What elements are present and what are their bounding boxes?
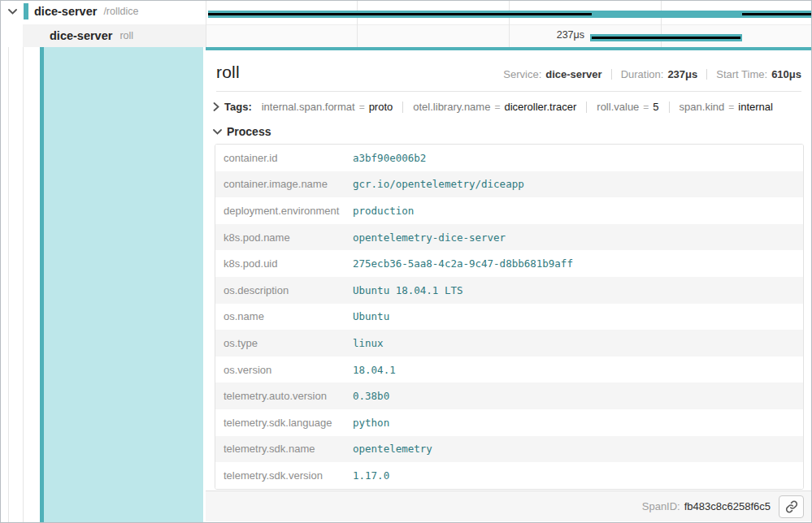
trace-detail-window: dice-server /rolldice dice-server roll 2… bbox=[0, 0, 812, 523]
process-row: container.image.namegcr.io/opentelemetry… bbox=[215, 171, 803, 198]
indent-guide bbox=[23, 24, 24, 522]
span-bar-self-time-segment bbox=[592, 37, 740, 39]
stat-label: Start Time: bbox=[716, 68, 767, 80]
process-row: telemetry.sdk.version1.17.0 bbox=[215, 462, 803, 489]
equals-sign: = bbox=[359, 102, 365, 113]
tag-key: roll.value bbox=[597, 101, 639, 113]
tag-key: span.kind bbox=[680, 101, 725, 113]
stat-label: Service: bbox=[503, 68, 541, 80]
span-color-stripe bbox=[40, 25, 44, 522]
process-value: gcr.io/opentelemetry/diceapp bbox=[353, 178, 524, 190]
process-key: os.version bbox=[215, 364, 353, 376]
process-value: opentelemetry-dice-server bbox=[353, 231, 506, 244]
process-key: os.name bbox=[215, 310, 353, 322]
span-bar-self-time-segment bbox=[742, 13, 812, 15]
process-key: os.description bbox=[215, 284, 353, 296]
selected-span-highlight bbox=[44, 47, 203, 522]
process-key: k8s.pod.uid bbox=[215, 257, 353, 270]
span-detail-footer: SpanID: fb483c8c6258f6c5 bbox=[206, 491, 811, 521]
stat-label: Duration: bbox=[621, 68, 664, 80]
span-bar-rolldice[interactable] bbox=[208, 11, 812, 18]
tags-section-header[interactable]: Tags: internal.span.format=protootel.lib… bbox=[213, 101, 801, 113]
stat-value: 610μs bbox=[771, 68, 801, 80]
process-row: k8s.pod.nameopentelemetry-dice-server bbox=[215, 224, 803, 251]
service-name: dice-server bbox=[50, 29, 112, 42]
process-value: 18.04.1 bbox=[353, 364, 396, 376]
span-row-rolldice[interactable]: dice-server /rolldice bbox=[1, 1, 206, 22]
tag-item: span.kind=internal bbox=[680, 101, 773, 113]
equals-sign: = bbox=[643, 102, 649, 113]
tag-item: roll.value=5 bbox=[597, 101, 658, 113]
stat-separator bbox=[611, 69, 612, 80]
tags-label: Tags: bbox=[224, 101, 252, 113]
deep-link-button[interactable] bbox=[779, 495, 804, 518]
process-key: telemetry.auto.version bbox=[215, 390, 353, 402]
stat-value: dice-server bbox=[545, 68, 601, 80]
tag-value: 5 bbox=[653, 101, 658, 113]
process-value: opentelemetry bbox=[353, 443, 432, 455]
tag-value: proto bbox=[369, 101, 393, 113]
timeline-gridline-25 bbox=[357, 1, 358, 47]
process-value: 1.17.0 bbox=[353, 469, 389, 482]
process-key: telemetry.sdk.name bbox=[215, 443, 353, 455]
process-value: a3bf90e006b2 bbox=[353, 152, 426, 164]
tag-separator bbox=[586, 102, 587, 113]
tag-value: diceroller.tracer bbox=[504, 101, 576, 113]
tag-separator bbox=[402, 102, 403, 113]
chevron-down-icon[interactable] bbox=[213, 129, 222, 135]
process-key: telemetry.sdk.language bbox=[215, 417, 353, 429]
span-overview-stats: Service:dice-serverDuration:237μsStart T… bbox=[503, 68, 801, 80]
process-value: Ubuntu bbox=[353, 310, 389, 322]
process-row: telemetry.auto.version0.38b0 bbox=[215, 383, 803, 409]
stat-value: 237μs bbox=[667, 68, 697, 80]
process-attributes-table: container.ida3bf90e006b2container.image.… bbox=[215, 144, 804, 490]
process-row: telemetry.sdk.languagepython bbox=[215, 409, 803, 436]
tag-separator bbox=[669, 102, 670, 113]
equals-sign: = bbox=[494, 102, 500, 113]
process-key: os.type bbox=[215, 337, 353, 349]
indent-guide bbox=[8, 24, 9, 522]
process-value: production bbox=[353, 205, 414, 217]
process-value: 275ecb36-5aa8-4c2a-9c47-d8bb681b9aff bbox=[353, 257, 573, 270]
process-value: linux bbox=[353, 337, 384, 349]
tags-list: internal.span.format=protootel.library.n… bbox=[252, 101, 773, 113]
process-row: os.descriptionUbuntu 18.04.1 LTS bbox=[215, 277, 803, 304]
spanid-label: SpanID: bbox=[642, 500, 680, 512]
span-bar-self-time-segment bbox=[208, 13, 592, 15]
span-duration-label: 237μs bbox=[472, 29, 584, 41]
process-value: Ubuntu 18.04.1 LTS bbox=[353, 284, 462, 296]
stat-separator bbox=[706, 69, 707, 80]
operation-name: roll bbox=[119, 30, 133, 41]
selected-span-rail bbox=[1, 47, 206, 522]
service-color-swatch bbox=[24, 3, 28, 19]
process-section-header[interactable]: Process bbox=[213, 125, 811, 138]
link-icon bbox=[785, 500, 798, 513]
tag-item: internal.span.format=proto bbox=[262, 101, 393, 113]
spanid-value: fb483c8c6258f6c5 bbox=[684, 500, 771, 512]
process-row: os.typelinux bbox=[215, 330, 803, 357]
operation-name: /rolldice bbox=[103, 6, 138, 17]
span-bar-roll[interactable] bbox=[590, 34, 742, 41]
process-value: 0.38b0 bbox=[353, 390, 389, 402]
span-row-roll[interactable]: dice-server roll bbox=[1, 24, 206, 47]
timeline-column-divider bbox=[206, 1, 206, 47]
process-row: container.ida3bf90e006b2 bbox=[215, 145, 803, 171]
process-key: container.image.name bbox=[215, 178, 353, 190]
process-key: k8s.pod.name bbox=[215, 231, 353, 244]
process-row: k8s.pod.uid275ecb36-5aa8-4c2a-9c47-d8bb6… bbox=[215, 250, 803, 277]
tag-key: otel.library.name bbox=[413, 101, 490, 113]
process-label: Process bbox=[227, 125, 271, 138]
span-title: roll bbox=[216, 63, 240, 82]
span-detail-panel: roll Service:dice-serverDuration:237μsSt… bbox=[206, 47, 811, 522]
chevron-right-icon[interactable] bbox=[213, 102, 219, 111]
span-detail-header: roll Service:dice-serverDuration:237μsSt… bbox=[216, 63, 801, 92]
tag-key: internal.span.format bbox=[262, 101, 355, 113]
tag-item: otel.library.name=diceroller.tracer bbox=[413, 101, 576, 113]
process-key: container.id bbox=[215, 152, 353, 164]
process-value: python bbox=[353, 417, 389, 429]
collapse-chevron-icon[interactable] bbox=[7, 7, 19, 16]
equals-sign: = bbox=[728, 102, 734, 113]
tag-value: internal bbox=[738, 101, 773, 113]
process-row: os.version18.04.1 bbox=[215, 357, 803, 383]
process-row: deployment.environmentproduction bbox=[215, 197, 803, 224]
